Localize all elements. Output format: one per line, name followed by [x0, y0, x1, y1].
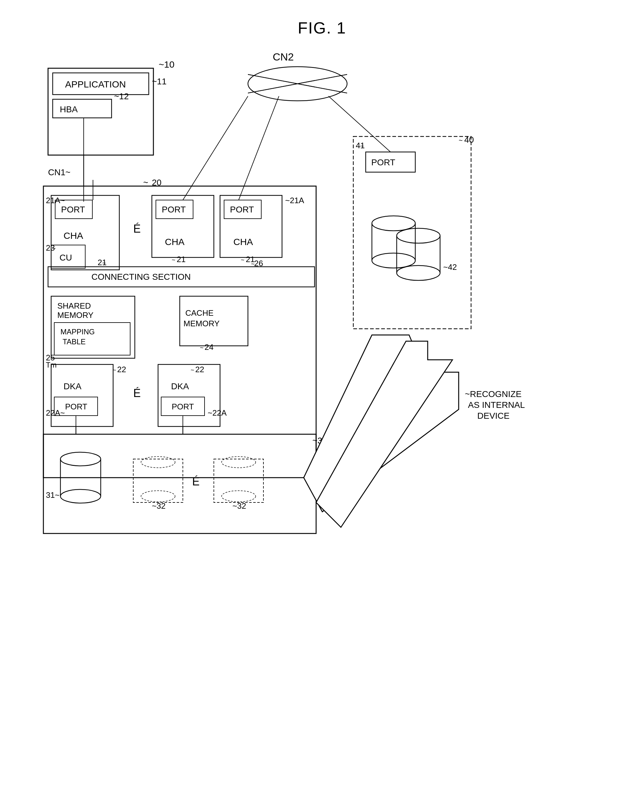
svg-text:CU: CU: [59, 253, 72, 263]
svg-point-84: [61, 490, 101, 503]
svg-text:DKA: DKA: [64, 382, 82, 391]
svg-rect-60: [180, 296, 248, 346]
svg-rect-1: [53, 73, 149, 95]
svg-text:~42: ~42: [443, 263, 457, 272]
svg-line-122: [329, 96, 390, 152]
svg-line-18: [248, 75, 347, 93]
svg-text:~: ~: [172, 256, 175, 263]
svg-text:É: É: [133, 222, 141, 235]
svg-point-110: [397, 266, 440, 280]
svg-rect-34: [152, 195, 214, 258]
svg-marker-114: [304, 335, 459, 512]
svg-text:~21A: ~21A: [285, 196, 304, 205]
svg-text:É: É: [133, 387, 141, 400]
svg-point-105: [372, 216, 415, 231]
svg-rect-23: [55, 200, 92, 219]
svg-rect-22: [51, 195, 119, 270]
svg-point-91: [141, 491, 175, 502]
svg-rect-89: [133, 459, 183, 502]
svg-text:~: ~: [190, 366, 194, 374]
svg-text:~: ~: [143, 178, 148, 187]
svg-text:~12: ~12: [114, 92, 129, 101]
svg-text:CACHE: CACHE: [185, 308, 213, 317]
svg-text:~11: ~11: [152, 76, 167, 86]
svg-text:PORT: PORT: [162, 205, 186, 214]
svg-text:21: 21: [246, 255, 255, 264]
svg-text:~: ~: [200, 344, 204, 351]
svg-text:CHA: CHA: [64, 230, 83, 241]
svg-text:CN2: CN2: [273, 51, 294, 63]
svg-text:PORT: PORT: [61, 205, 85, 214]
svg-text:~10: ~10: [159, 59, 175, 69]
svg-text:APPLICATION: APPLICATION: [65, 79, 126, 89]
svg-text:MEMORY: MEMORY: [57, 310, 94, 320]
svg-text:~RECOGNIZE: ~RECOGNIZE: [465, 389, 522, 399]
svg-text:26: 26: [254, 259, 263, 268]
svg-text:PORT: PORT: [371, 157, 395, 167]
svg-text:CN1~: CN1~: [48, 168, 70, 177]
svg-text:~22A: ~22A: [208, 408, 227, 417]
svg-text:É: É: [192, 475, 199, 488]
svg-text:22A~: 22A~: [46, 408, 65, 417]
svg-line-14: [248, 84, 297, 93]
svg-text:24: 24: [204, 342, 213, 352]
svg-text:HBA: HBA: [60, 105, 78, 114]
svg-text:CONNECTING SECTION: CONNECTING SECTION: [91, 272, 190, 282]
svg-text:PORT: PORT: [65, 402, 87, 411]
svg-line-120: [183, 96, 248, 200]
svg-text:21: 21: [177, 255, 186, 264]
svg-text:CHA: CHA: [233, 237, 253, 247]
svg-text:~: ~: [459, 136, 463, 144]
svg-point-12: [248, 67, 347, 101]
svg-rect-82: [43, 434, 316, 533]
svg-rect-2: [53, 99, 111, 118]
svg-rect-73: [158, 365, 220, 426]
svg-text:40: 40: [464, 135, 474, 145]
svg-text:20: 20: [152, 178, 161, 187]
svg-text:~30: ~30: [312, 436, 327, 446]
svg-line-16: [297, 84, 347, 93]
svg-text:~32: ~32: [233, 501, 246, 511]
svg-line-13: [248, 75, 297, 84]
svg-text:TABLE: TABLE: [62, 337, 85, 346]
svg-point-90: [141, 456, 175, 468]
svg-point-96: [222, 491, 256, 502]
svg-rect-51: [51, 296, 135, 358]
svg-text:22: 22: [117, 365, 126, 374]
svg-text:~: ~: [52, 244, 56, 252]
svg-text:23: 23: [46, 243, 55, 252]
svg-rect-35: [156, 200, 193, 219]
svg-text:~: ~: [102, 259, 106, 266]
svg-text:~: ~: [113, 366, 116, 374]
svg-line-15: [297, 75, 347, 84]
svg-text:MAPPING: MAPPING: [61, 328, 95, 336]
svg-text:~: ~: [251, 261, 255, 267]
svg-marker-115: [316, 341, 452, 527]
svg-text:MEMORY: MEMORY: [183, 319, 220, 328]
svg-text:~32: ~32: [152, 501, 166, 511]
svg-text:Tm: Tm: [46, 361, 57, 369]
svg-text:DEVICE: DEVICE: [477, 411, 510, 421]
svg-point-95: [222, 456, 256, 468]
svg-rect-94: [214, 459, 263, 502]
svg-text:CHA: CHA: [165, 237, 184, 247]
svg-text:25: 25: [46, 353, 55, 362]
svg-rect-26: [51, 245, 85, 268]
svg-point-109: [397, 228, 440, 243]
svg-rect-54: [54, 322, 130, 355]
svg-rect-41: [224, 200, 261, 219]
svg-point-85: [61, 452, 101, 466]
svg-line-17: [248, 75, 347, 93]
svg-rect-75: [161, 397, 204, 416]
svg-text:~: ~: [51, 355, 55, 362]
svg-text:SHARED: SHARED: [57, 301, 91, 310]
page-title: FIG. 1: [0, 0, 644, 37]
svg-text:~: ~: [360, 143, 364, 150]
svg-rect-19: [43, 186, 316, 478]
svg-point-106: [372, 253, 415, 268]
svg-text:21: 21: [97, 258, 107, 267]
svg-text:41: 41: [356, 141, 365, 150]
svg-text:22: 22: [195, 365, 204, 374]
svg-text:DKA: DKA: [171, 382, 189, 391]
svg-rect-65: [51, 365, 113, 426]
